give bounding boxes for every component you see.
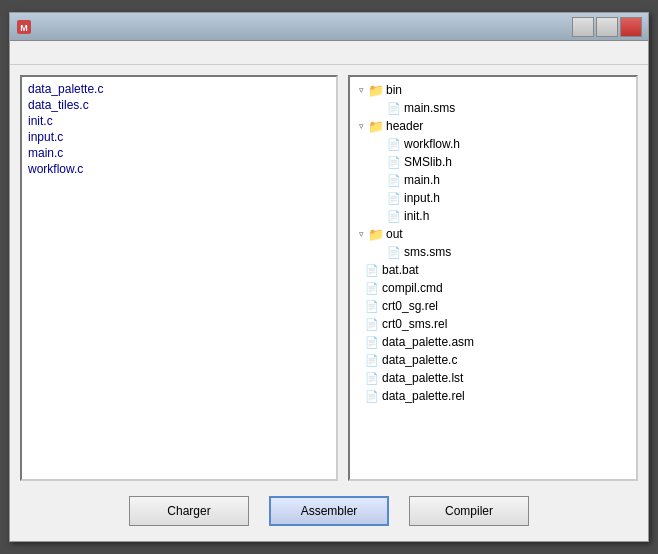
assembler-button[interactable]: Assembler xyxy=(269,496,389,526)
menu-fichier[interactable] xyxy=(14,51,30,55)
file-icon: 📄 xyxy=(364,298,380,314)
charger-button[interactable]: Charger xyxy=(129,496,249,526)
menu-aide[interactable] xyxy=(46,51,62,55)
app-icon: M xyxy=(16,19,32,35)
tree-label: crt0_sms.rel xyxy=(382,317,447,331)
buttons-row: ChargerAssemblerCompiler xyxy=(20,491,638,531)
tree-connector: 📄 xyxy=(354,100,402,116)
file-icon: 📄 xyxy=(364,334,380,350)
file-icon: 📄 xyxy=(364,370,380,386)
tree-connector: 📄 xyxy=(354,244,402,260)
svg-text:M: M xyxy=(20,23,28,33)
tree-label: input.h xyxy=(404,191,440,205)
folder-icon: 📁 xyxy=(368,118,384,134)
tree-label: data_palette.asm xyxy=(382,335,474,349)
tree-connector: ▿📁 xyxy=(354,226,384,242)
tree-label: SMSlib.h xyxy=(404,155,452,169)
tree-expander-icon[interactable]: ▿ xyxy=(354,119,368,133)
file-icon: 📄 xyxy=(364,262,380,278)
file-icon: 📄 xyxy=(364,388,380,404)
main-window: M data_palette.cdata_tiles.cinit.cinput.… xyxy=(9,12,649,542)
tree-label: crt0_sg.rel xyxy=(382,299,438,313)
tree-label: bin xyxy=(386,83,402,97)
tree-connector: 📄 xyxy=(354,334,380,350)
tree-connector: 📄 xyxy=(354,172,402,188)
file-item[interactable]: workflow.c xyxy=(26,161,332,177)
file-icon: 📄 xyxy=(364,280,380,296)
tree-node[interactable]: 📄workflow.h xyxy=(354,135,632,153)
tree-connector: 📄 xyxy=(354,370,380,386)
tree-connector: 📄 xyxy=(354,316,380,332)
tree-node[interactable]: ▿📁out xyxy=(354,225,632,243)
tree-label: header xyxy=(386,119,423,133)
tree-connector: 📄 xyxy=(354,154,402,170)
menu-site-web[interactable] xyxy=(30,51,46,55)
tree-node[interactable]: 📄main.sms xyxy=(354,99,632,117)
title-bar-left: M xyxy=(16,19,37,35)
tree-node[interactable]: 📄crt0_sms.rel xyxy=(354,315,632,333)
tree-connector: 📄 xyxy=(354,262,380,278)
tree-label: compil.cmd xyxy=(382,281,443,295)
tree-label: data_palette.lst xyxy=(382,371,463,385)
file-icon: 📄 xyxy=(386,208,402,224)
minimize-button[interactable] xyxy=(572,17,594,37)
tree-node[interactable]: 📄crt0_sg.rel xyxy=(354,297,632,315)
tree-connector: 📄 xyxy=(354,208,402,224)
tree-node[interactable]: 📄data_palette.lst xyxy=(354,369,632,387)
tree-connector: 📄 xyxy=(354,136,402,152)
content-area: data_palette.cdata_tiles.cinit.cinput.cm… xyxy=(10,65,648,541)
folder-icon: 📁 xyxy=(368,82,384,98)
tree-label: sms.sms xyxy=(404,245,451,259)
tree-connector: 📄 xyxy=(354,280,380,296)
panels-row: data_palette.cdata_tiles.cinit.cinput.cm… xyxy=(20,75,638,481)
tree-node[interactable]: 📄main.h xyxy=(354,171,632,189)
title-controls xyxy=(572,17,642,37)
tree-node[interactable]: ▿📁header xyxy=(354,117,632,135)
file-icon: 📄 xyxy=(386,136,402,152)
compiler-button[interactable]: Compiler xyxy=(409,496,529,526)
file-icon: 📄 xyxy=(386,190,402,206)
tree-label: main.h xyxy=(404,173,440,187)
tree-expander-icon[interactable]: ▿ xyxy=(354,83,368,97)
tree-label: out xyxy=(386,227,403,241)
tree-connector: ▿📁 xyxy=(354,118,384,134)
maximize-button[interactable] xyxy=(596,17,618,37)
file-icon: 📄 xyxy=(364,316,380,332)
tree-expander-icon[interactable]: ▿ xyxy=(354,227,368,241)
tree-node[interactable]: 📄input.h xyxy=(354,189,632,207)
tree-connector: 📄 xyxy=(354,190,402,206)
tree-connector: 📄 xyxy=(354,352,380,368)
tree-node[interactable]: 📄compil.cmd xyxy=(354,279,632,297)
tree-connector: 📄 xyxy=(354,388,380,404)
file-icon: 📄 xyxy=(386,172,402,188)
tree-node[interactable]: 📄sms.sms xyxy=(354,243,632,261)
file-icon: 📄 xyxy=(386,100,402,116)
tree-node[interactable]: 📄bat.bat xyxy=(354,261,632,279)
file-item[interactable]: main.c xyxy=(26,145,332,161)
tree-node[interactable]: 📄data_palette.c xyxy=(354,351,632,369)
tree-label: data_palette.c xyxy=(382,353,457,367)
tree-connector: 📄 xyxy=(354,298,380,314)
tree-node[interactable]: ▿📁bin xyxy=(354,81,632,99)
tree-node[interactable]: 📄data_palette.asm xyxy=(354,333,632,351)
menu-bar xyxy=(10,41,648,65)
folder-icon: 📁 xyxy=(368,226,384,242)
file-item[interactable]: input.c xyxy=(26,129,332,145)
file-list: data_palette.cdata_tiles.cinit.cinput.cm… xyxy=(22,77,336,479)
file-item[interactable]: init.c xyxy=(26,113,332,129)
tree-node[interactable]: 📄data_palette.rel xyxy=(354,387,632,405)
file-list-panel: data_palette.cdata_tiles.cinit.cinput.cm… xyxy=(20,75,338,481)
tree-label: bat.bat xyxy=(382,263,419,277)
file-icon: 📄 xyxy=(386,154,402,170)
file-item[interactable]: data_palette.c xyxy=(26,81,332,97)
tree-label: workflow.h xyxy=(404,137,460,151)
tree-label: main.sms xyxy=(404,101,455,115)
file-icon: 📄 xyxy=(386,244,402,260)
tree-label: data_palette.rel xyxy=(382,389,465,403)
tree-view: ▿📁bin📄main.sms▿📁header📄workflow.h📄SMSlib… xyxy=(350,77,636,479)
tree-node[interactable]: 📄init.h xyxy=(354,207,632,225)
file-item[interactable]: data_tiles.c xyxy=(26,97,332,113)
file-icon: 📄 xyxy=(364,352,380,368)
tree-node[interactable]: 📄SMSlib.h xyxy=(354,153,632,171)
close-button[interactable] xyxy=(620,17,642,37)
